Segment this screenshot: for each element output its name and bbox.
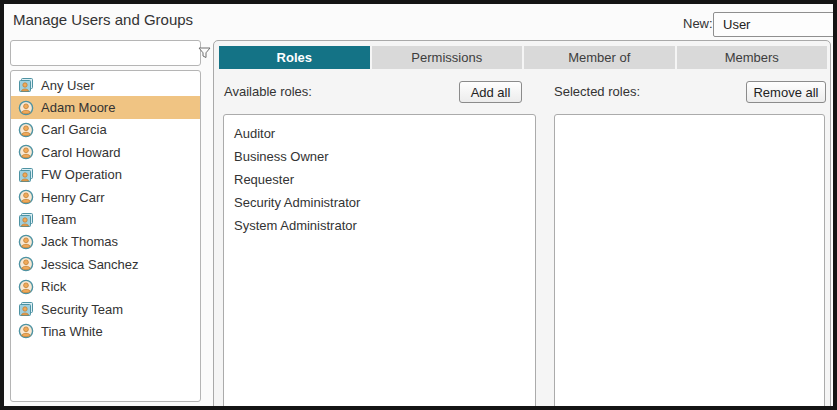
user-icon <box>18 279 34 295</box>
user-list-item[interactable]: Any User <box>11 74 200 96</box>
user-name: FW Operation <box>41 167 122 182</box>
user-filter-box <box>10 40 201 66</box>
tab-permissions[interactable]: Permissions <box>372 46 523 69</box>
user-filter-input[interactable] <box>11 46 198 61</box>
page-title: Manage Users and Groups <box>13 11 193 28</box>
role-list-item[interactable]: Security Administrator <box>224 191 535 214</box>
available-roles-list[interactable]: AuditorBusiness OwnerRequesterSecurity A… <box>223 114 536 406</box>
user-list-item[interactable]: Jack Thomas <box>11 231 200 253</box>
selected-roles-list[interactable] <box>554 114 825 406</box>
user-list-item[interactable]: FW Operation <box>11 164 200 186</box>
user-icon <box>18 100 34 116</box>
user-list-item[interactable]: ITeam <box>11 208 200 230</box>
group-icon <box>18 167 34 183</box>
user-list-item[interactable]: Carl Garcia <box>11 119 200 141</box>
user-list-item[interactable]: Rick <box>11 276 200 298</box>
role-list-item[interactable]: Auditor <box>224 122 535 145</box>
remove-all-button[interactable]: Remove all <box>746 81 826 103</box>
user-list[interactable]: Any User Adam Moore Carl Garcia <box>10 70 201 402</box>
user-list-item[interactable]: Tina White <box>11 320 200 342</box>
user-list-item[interactable]: Henry Carr <box>11 186 200 208</box>
group-icon <box>18 77 34 93</box>
group-icon <box>18 301 34 317</box>
user-icon <box>18 144 34 160</box>
user-name: Adam Moore <box>41 100 115 115</box>
user-name: Any User <box>41 78 94 93</box>
role-list-item[interactable]: System Administrator <box>224 214 535 237</box>
user-list-item[interactable]: Carol Howard <box>11 141 200 163</box>
tab-member-of[interactable]: Member of <box>524 46 675 69</box>
user-name: Jessica Sanchez <box>41 257 139 272</box>
user-icon <box>18 256 34 272</box>
new-type-dropdown[interactable]: User <box>713 12 833 37</box>
user-name: Security Team <box>41 302 123 317</box>
tab-roles[interactable]: Roles <box>219 46 370 69</box>
tab-bar: RolesPermissionsMember ofMembers <box>219 46 827 69</box>
user-list-item[interactable]: Security Team <box>11 298 200 320</box>
available-roles-label: Available roles: <box>224 84 312 99</box>
group-icon <box>18 212 34 228</box>
tab-members[interactable]: Members <box>677 46 828 69</box>
user-name: Rick <box>41 279 66 294</box>
user-list-item[interactable]: Jessica Sanchez <box>11 253 200 275</box>
role-list-item[interactable]: Requester <box>224 168 535 191</box>
window-body: Manage Users and Groups New: User Any Us… <box>4 4 833 406</box>
detail-panel: RolesPermissionsMember ofMembers Availab… <box>213 40 831 406</box>
user-icon <box>18 234 34 250</box>
role-list-item[interactable]: Business Owner <box>224 145 535 168</box>
add-all-button[interactable]: Add all <box>459 81 522 103</box>
funnel-filter-icon[interactable] <box>198 41 211 65</box>
user-name: Henry Carr <box>41 190 105 205</box>
new-label: New: <box>683 16 713 31</box>
selected-roles-label: Selected roles: <box>554 84 640 99</box>
user-icon <box>18 122 34 138</box>
user-list-item[interactable]: Adam Moore <box>11 96 200 118</box>
user-name: ITeam <box>41 212 76 227</box>
user-name: Tina White <box>41 324 103 339</box>
manage-users-groups-window: Manage Users and Groups New: User Any Us… <box>0 0 837 410</box>
user-name: Carol Howard <box>41 145 120 160</box>
user-icon <box>18 323 34 339</box>
user-icon <box>18 189 34 205</box>
user-name: Carl Garcia <box>41 122 107 137</box>
user-name: Jack Thomas <box>41 234 118 249</box>
